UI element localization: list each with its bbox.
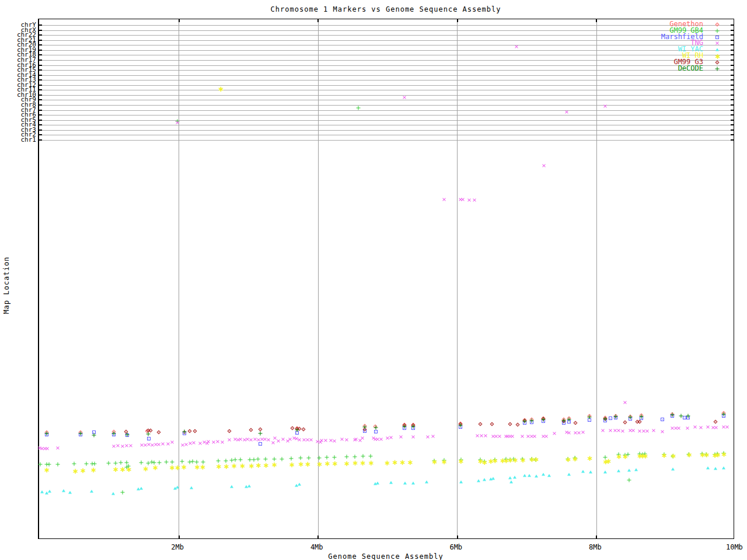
data-point-wi-yac: [714, 467, 717, 470]
legend-label: Marshfield: [610, 34, 703, 40]
data-point-wi-rh: ∗: [721, 452, 727, 456]
y-tick-right: [731, 85, 734, 86]
data-point-decode: [629, 415, 633, 419]
data-point-gm99-gb4: [280, 457, 284, 461]
data-point-gm99-gb4: [344, 455, 348, 459]
data-point-tng: [519, 433, 525, 439]
data-point-wi-yac: [581, 470, 585, 473]
x-tick-top: [596, 19, 597, 22]
data-point-wi-yac: [68, 491, 72, 494]
chromosome-gridline: [39, 80, 734, 80]
data-point-wi-yac: [411, 482, 415, 485]
data-point-wi-rh: ∗: [606, 459, 611, 463]
data-point-wi-rh: ∗: [512, 458, 518, 462]
chromosome-gridline: [39, 140, 734, 141]
data-point-tng: [600, 428, 606, 433]
data-point-decode: [362, 425, 366, 429]
data-point-wi-rh: ∗: [169, 466, 174, 470]
chromosome-gridline: [39, 105, 734, 106]
y-tick-right: [731, 30, 734, 31]
data-point-wi-rh: ∗: [384, 461, 389, 465]
data-point-wi-rh: ∗: [400, 460, 405, 464]
y-tick-left: [39, 99, 42, 100]
data-point-wi-rh: ∗: [572, 457, 577, 461]
data-point-gm99-gb4: [369, 454, 373, 459]
data-point-wi-yac: [389, 481, 393, 484]
y-tick-left: [39, 110, 42, 111]
data-point-wi-yac: [547, 474, 551, 477]
data-point-gm99-gb4: [164, 460, 168, 464]
data-point-wi-rh: ∗: [392, 460, 397, 464]
data-point-decode: [44, 432, 48, 436]
data-point-wi-yac: [90, 490, 93, 493]
x-tick-label: 8Mb: [578, 543, 613, 551]
data-point-gm99-g3: [623, 420, 627, 424]
data-point-wi-rh: ∗: [298, 462, 303, 466]
data-point-tng: [441, 197, 447, 202]
data-point-tng: [685, 425, 690, 431]
data-point-gm99-g3: [508, 422, 512, 426]
legend-marker-star: ∗: [715, 54, 720, 58]
data-point-gm99-g3: [249, 428, 253, 432]
data-point-wi-rh: ∗: [120, 467, 125, 471]
data-point-decode: [542, 418, 546, 422]
y-tick-right: [731, 44, 734, 46]
data-point-wi-rh: ∗: [231, 464, 236, 468]
data-point-decode: [182, 430, 186, 434]
data-point-wi-yac: [509, 481, 513, 484]
x-tick-top: [317, 19, 319, 22]
data-point-gm99-gb4: [84, 462, 88, 466]
chromosome-gridline: [39, 130, 734, 131]
data-point-wi-rh: ∗: [142, 467, 148, 471]
data-point-wi-rh: ∗: [671, 454, 676, 458]
data-point-wi-yac: [477, 480, 480, 482]
data-point-wi-rh: ∗: [368, 461, 374, 465]
data-point-marshfield: [609, 416, 612, 420]
y-tick-left: [39, 65, 42, 66]
data-point-decode: [640, 415, 644, 419]
data-point-wi-rh: ∗: [126, 467, 131, 471]
data-point-wi-yac: [603, 471, 607, 474]
data-point-tng: [331, 438, 337, 444]
data-point-wi-rh: ∗: [289, 463, 294, 467]
mb-gridline: [596, 19, 597, 538]
data-point-gm99-g3: [228, 429, 232, 433]
y-tick-left: [39, 54, 42, 55]
data-point-decode: [722, 412, 726, 416]
data-point-wi-rh: ∗: [218, 87, 223, 91]
y-tick-right: [731, 120, 734, 121]
data-point-wi-yac: [528, 474, 531, 477]
data-point-wi-yac: [617, 470, 620, 473]
data-point-wi-rh: ∗: [492, 459, 497, 463]
data-point-wi-rh: ∗: [90, 468, 96, 472]
data-point-wi-yac: [523, 474, 526, 477]
y-tick-right: [731, 99, 734, 100]
y-tick-right: [731, 54, 734, 55]
data-point-tng: [541, 163, 547, 169]
data-point-gm99-g3: [637, 419, 641, 424]
data-point-wi-rh: ∗: [224, 464, 229, 468]
y-tick-right: [731, 60, 734, 61]
data-point-wi-rh: ∗: [587, 456, 592, 460]
y-tick-left: [39, 139, 42, 141]
data-point-gm99-g3: [193, 429, 197, 433]
data-point-tng: [191, 440, 197, 446]
data-point-wi-rh: ∗: [174, 466, 180, 470]
y-tick-right: [731, 134, 734, 135]
x-tick-label: 2Mb: [160, 543, 195, 551]
data-point-decode: [258, 432, 262, 436]
legend-marker-plus: [715, 29, 720, 33]
x-axis-label: Genome Sequence Assembly: [0, 552, 747, 560]
y-tick-left: [39, 85, 42, 86]
data-point-gm99-g3: [301, 427, 305, 431]
data-point-wi-rh: ∗: [643, 454, 648, 458]
data-point-decode: [78, 432, 82, 436]
data-point-wi-rh: ∗: [686, 453, 692, 457]
data-point-wi-yac: [491, 477, 495, 480]
data-point-wi-rh: ∗: [194, 465, 200, 469]
chart-canvas: Chromosome 1 Markers vs Genome Sequence …: [0, 0, 747, 560]
data-point-wi-yac: [722, 467, 725, 470]
y-tick-left: [39, 60, 42, 61]
data-point-wi-rh: ∗: [249, 464, 254, 468]
y-tick-right: [731, 24, 734, 26]
